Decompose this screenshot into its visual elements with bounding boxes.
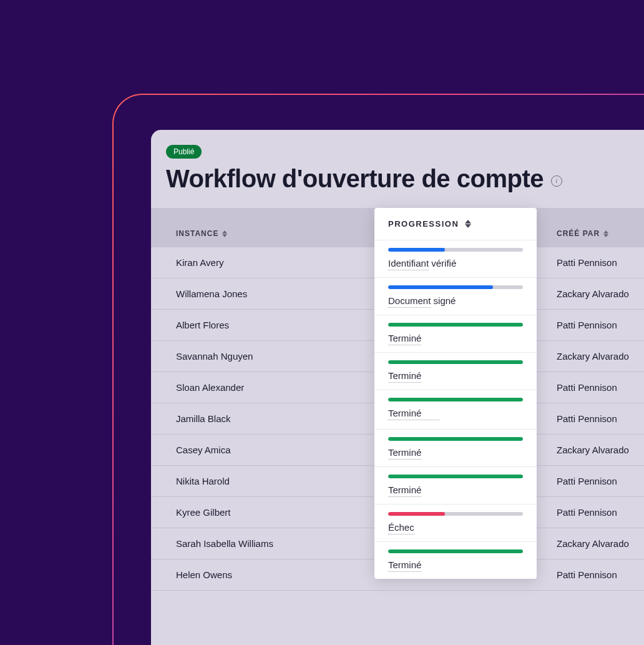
progression-header[interactable]: PROGRESSION bbox=[374, 208, 537, 240]
progress-label: Terminé bbox=[388, 485, 523, 495]
progress-label: Terminé bbox=[388, 370, 523, 381]
sort-icon bbox=[603, 230, 608, 237]
cell-instance: Sloan Alexander bbox=[176, 382, 382, 393]
progress-bar bbox=[388, 512, 523, 516]
progression-row[interactable]: Échec bbox=[374, 504, 537, 541]
sort-icon bbox=[465, 220, 471, 228]
progress-label: Document signé bbox=[388, 295, 523, 306]
cell-createdby: Patti Pennison bbox=[557, 507, 644, 518]
progression-row[interactable]: Terminé bbox=[374, 390, 537, 429]
cell-createdby: Patti Pennison bbox=[557, 413, 644, 424]
cell-instance: Kiran Avery bbox=[176, 257, 382, 268]
progression-row[interactable]: Terminé bbox=[374, 352, 537, 390]
sort-icon bbox=[222, 230, 227, 237]
progress-label: Terminé bbox=[388, 559, 523, 570]
cell-createdby: Zackary Alvarado bbox=[557, 445, 644, 455]
progress-bar bbox=[388, 398, 523, 401]
column-label: PROGRESSION bbox=[388, 219, 459, 229]
cell-createdby: Zackary Alvarado bbox=[557, 538, 644, 549]
column-label: INSTANCE bbox=[176, 229, 218, 238]
progress-bar bbox=[388, 549, 523, 553]
cell-instance: Savannah Nguyen bbox=[176, 351, 382, 362]
cell-createdby: Zackary Alvarado bbox=[557, 288, 644, 299]
cell-instance: Albert Flores bbox=[176, 320, 382, 330]
column-label: CRÉÉ PAR bbox=[557, 229, 600, 238]
progress-bar bbox=[388, 323, 523, 327]
panel-header: Publié Workflow d'ouverture de compte i bbox=[151, 130, 644, 208]
info-icon[interactable]: i bbox=[551, 175, 562, 187]
progression-row[interactable]: Identifiant vérifié bbox=[374, 240, 537, 277]
progress-label: Terminé bbox=[388, 333, 523, 343]
cell-instance: Willamena Jones bbox=[176, 288, 382, 299]
progress-label: Terminé bbox=[388, 447, 523, 458]
progress-label: Échec bbox=[388, 522, 523, 533]
progression-row[interactable]: Terminé bbox=[374, 429, 537, 466]
column-header-instance[interactable]: INSTANCE bbox=[176, 229, 382, 238]
progress-bar bbox=[388, 475, 523, 478]
cell-instance: Jamilla Black bbox=[176, 413, 382, 424]
page-title: Workflow d'ouverture de compte bbox=[166, 165, 544, 193]
cell-instance: Casey Amica bbox=[176, 445, 382, 455]
workflow-panel: Publié Workflow d'ouverture de compte i … bbox=[151, 130, 644, 645]
progression-popup: PROGRESSION Identifiant vérifié Document… bbox=[374, 208, 537, 579]
progress-bar bbox=[388, 360, 523, 364]
column-header-createdby[interactable]: CRÉÉ PAR bbox=[557, 229, 644, 238]
cell-instance: Kyree Gilbert bbox=[176, 507, 382, 518]
cell-createdby: Patti Pennison bbox=[557, 476, 644, 486]
cell-createdby: Patti Pennison bbox=[557, 569, 644, 580]
cell-createdby: Patti Pennison bbox=[557, 320, 644, 330]
progress-bar bbox=[388, 248, 523, 252]
cell-createdby: Zackary Alvarado bbox=[557, 351, 644, 362]
cell-createdby: Patti Pennison bbox=[557, 257, 644, 268]
cell-instance: Helen Owens bbox=[176, 569, 382, 580]
progression-row[interactable]: Terminé bbox=[374, 315, 537, 352]
cell-createdby: Patti Pennison bbox=[557, 382, 644, 393]
cell-instance: Sarah Isabella Williams bbox=[176, 538, 382, 549]
progression-row[interactable]: Terminé bbox=[374, 466, 537, 504]
progress-bar bbox=[388, 437, 523, 441]
progress-label: Identifiant vérifié bbox=[388, 258, 523, 268]
status-badge: Publié bbox=[166, 145, 202, 159]
cell-instance: Nikita Harold bbox=[176, 476, 382, 486]
table-container: INSTANCE CRÉÉ PAR bbox=[151, 208, 644, 591]
progress-bar bbox=[388, 285, 523, 289]
progress-label: Terminé bbox=[388, 408, 523, 420]
progression-row[interactable]: Document signé bbox=[374, 277, 537, 315]
progression-row[interactable]: Terminé bbox=[374, 541, 537, 579]
